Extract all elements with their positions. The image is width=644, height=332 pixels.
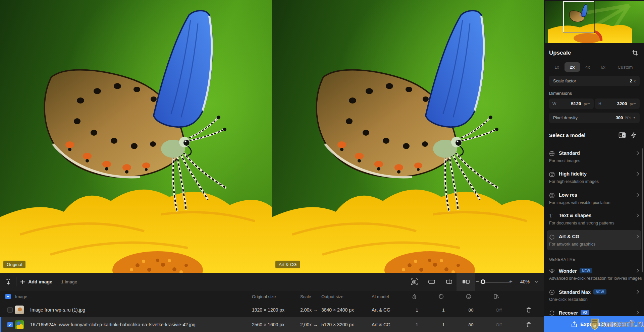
- sharpen-value[interactable]: 1: [438, 307, 448, 312]
- output-size-value: 3840 × 2400 px: [321, 307, 354, 313]
- delete-row-button[interactable]: [526, 322, 531, 328]
- column-header-original-size[interactable]: Original size: [252, 294, 276, 299]
- height-unit-dropdown-icon[interactable]: ▼: [634, 102, 636, 105]
- denoise-column-icon[interactable]: [412, 294, 422, 299]
- zoom-slider-handle[interactable]: [481, 279, 485, 284]
- crop-button[interactable]: [632, 50, 638, 56]
- table-row-selected[interactable]: 1671659245_www-funnyart-club-p-kartinki-…: [0, 317, 544, 332]
- column-header-image[interactable]: Image: [15, 294, 27, 299]
- scale-factor-field[interactable]: Scale factor 2 x: [549, 76, 640, 86]
- original-size-value: 2560 × 1600 px: [252, 322, 284, 327]
- focus-view-button[interactable]: [406, 273, 423, 291]
- delete-row-button[interactable]: [526, 307, 531, 313]
- select-all-checkbox[interactable]: [5, 294, 11, 299]
- pixel-density-label: Pixel density: [553, 115, 578, 120]
- column-header-output-size[interactable]: Output size: [321, 294, 343, 299]
- camera-icon: [549, 172, 555, 177]
- height-field[interactable]: H 3200 px ▼: [595, 98, 640, 109]
- face-recovery-value[interactable]: 80: [466, 322, 476, 327]
- pixelate-icon: [549, 193, 555, 198]
- zoom-level-value: 40%: [520, 273, 530, 291]
- model-item-wonder[interactable]: WonderNEW Advanced one-click restoration…: [547, 267, 641, 284]
- column-header-ai-model[interactable]: AI model: [372, 294, 389, 299]
- tab-custom[interactable]: Custom: [611, 62, 640, 72]
- pixel-density-dropdown-icon[interactable]: ▼: [633, 116, 636, 119]
- compare-models-button[interactable]: A B: [619, 132, 626, 138]
- image-count-label: 1 image: [61, 273, 77, 291]
- collapse-panel-button[interactable]: [1, 273, 15, 291]
- text-icon: T: [549, 213, 552, 218]
- scale-factor-value[interactable]: 2: [630, 78, 632, 83]
- denoise-value[interactable]: 1: [412, 322, 422, 327]
- split-view-button[interactable]: [441, 273, 458, 291]
- zoom-dropdown-button[interactable]: [534, 273, 538, 291]
- model-item-text-shapes[interactable]: T Text & shapes For documents and strong…: [547, 212, 641, 229]
- denoise-value[interactable]: 1: [412, 307, 422, 312]
- color-profile-value[interactable]: Off: [494, 322, 504, 327]
- column-header-scale[interactable]: Scale: [300, 294, 311, 299]
- width-unit-dropdown-icon[interactable]: ▼: [588, 102, 590, 105]
- zoom-out-button[interactable]: −: [476, 273, 479, 291]
- height-value[interactable]: 3200: [617, 101, 627, 106]
- width-label: W: [552, 102, 556, 106]
- svg-text:A: A: [620, 134, 622, 137]
- tab-4x[interactable]: 4x: [580, 62, 595, 72]
- scale-factor-unit: x: [634, 79, 636, 83]
- navigator-viewport-rect[interactable]: [563, 1, 594, 32]
- ai-model-value[interactable]: Art & CG: [372, 307, 390, 313]
- chevron-right-icon: [636, 193, 639, 197]
- single-view-button[interactable]: [423, 273, 440, 291]
- model-item-low-res[interactable]: Low res For images with visible pixelati…: [547, 191, 641, 209]
- svg-text:B: B: [623, 134, 625, 137]
- model-item-standard[interactable]: Standard For most images: [547, 149, 641, 167]
- ai-model-value[interactable]: Art & CG: [372, 322, 390, 327]
- model-item-art-cg[interactable]: Art & CG For artwork and graphics: [547, 230, 641, 250]
- split-view-icon: [445, 278, 453, 286]
- output-size-value: 5120 × 3200 px: [321, 322, 354, 327]
- globe-icon: [549, 151, 555, 156]
- sharpen-column-icon[interactable]: [438, 294, 448, 299]
- table-header-row: Image Original size Scale Output size AI…: [0, 291, 544, 302]
- new-badge: NEW: [593, 289, 606, 294]
- quick-enhance-button[interactable]: [631, 132, 637, 139]
- color-profile-column-icon[interactable]: [494, 294, 504, 299]
- side-by-side-view-button[interactable]: [457, 273, 475, 291]
- model-item-standard-max[interactable]: Standard MaxNEW One-click restoration: [547, 288, 641, 306]
- sidebar-scrollbar[interactable]: [642, 148, 643, 272]
- pixel-density-field[interactable]: Pixel density 300 PPI ▼: [549, 113, 640, 123]
- select-model-title: Select a model: [549, 132, 586, 138]
- color-profile-value[interactable]: Off: [494, 307, 504, 312]
- zoom-in-button[interactable]: +: [509, 273, 513, 291]
- row-checkbox[interactable]: [7, 322, 13, 327]
- face-recovery-column-icon[interactable]: [466, 294, 476, 299]
- tab-2x[interactable]: 2x: [565, 62, 580, 72]
- tab-1x[interactable]: 1x: [549, 62, 565, 72]
- tab-6x[interactable]: 6x: [595, 62, 611, 72]
- chevron-right-icon: [636, 151, 639, 155]
- lightning-bolt-icon: [631, 132, 637, 139]
- watermark-text: surasoft.ru: [600, 319, 644, 329]
- sharpen-value[interactable]: 1: [438, 322, 448, 327]
- original-image-pane[interactable]: Original: [0, 0, 272, 273]
- row-thumbnail: [15, 306, 24, 314]
- refresh-icon: [549, 310, 555, 316]
- model-item-high-fidelity[interactable]: High fidelity For high-resolution images: [547, 170, 641, 188]
- add-image-button[interactable]: Add image: [17, 273, 55, 291]
- row-checkbox[interactable]: [7, 307, 13, 313]
- pixel-density-value[interactable]: 300: [616, 115, 623, 120]
- collapse-panel-icon: [5, 278, 12, 285]
- width-value[interactable]: 5120: [571, 101, 581, 106]
- width-field[interactable]: W 5120 px ▼: [549, 98, 594, 109]
- table-row[interactable]: Image from wp-s.ru (1).jpg 1920 × 1200 p…: [0, 302, 544, 317]
- pixel-density-unit: PPI: [625, 116, 631, 120]
- generative-section-label: GENERATIVE: [549, 257, 575, 261]
- processed-image-pane[interactable]: Art & CG: [272, 0, 544, 273]
- face-recovery-value[interactable]: 80: [466, 307, 476, 312]
- dimensions-label: Dimensions: [549, 91, 572, 96]
- ab-compare-icon: A B: [619, 132, 626, 138]
- navigator-thumbnail[interactable]: [545, 1, 644, 43]
- row-thumbnail: [15, 320, 24, 329]
- chevron-right-icon: [636, 234, 639, 239]
- toolbar-divider: [56, 277, 56, 286]
- scale-preset-tabs: 1x 2x 4x 6x Custom: [549, 62, 640, 72]
